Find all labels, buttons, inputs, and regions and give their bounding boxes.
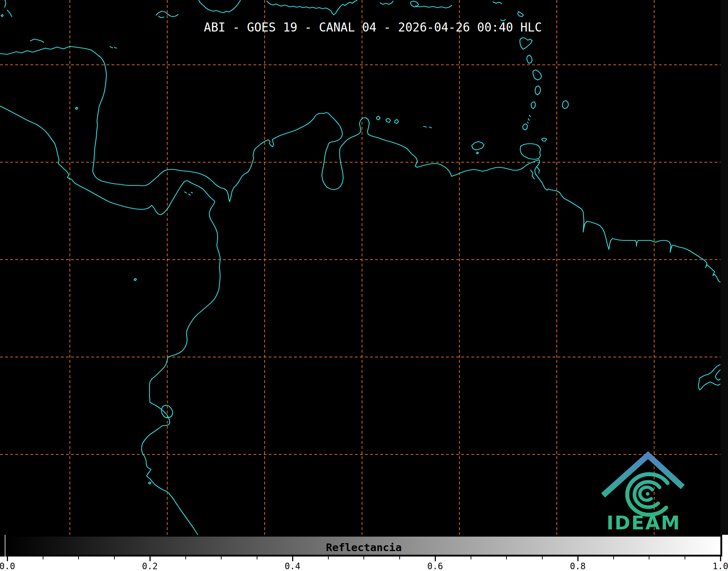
- colorbar-tick: [7, 556, 8, 561]
- colorbar-tick: [363, 556, 364, 559]
- colorbar-tick: [292, 556, 293, 561]
- colorbar-tick-label: 0.2: [142, 561, 157, 571]
- colorbar-tick-label: 0.6: [427, 561, 443, 571]
- colorbar-tick: [78, 556, 79, 559]
- colorbar-gradient: Reflectancia: [5, 535, 722, 557]
- colorbar-tick-label: 0.0: [0, 561, 15, 571]
- colorbar-tick: [577, 556, 578, 561]
- colorbar-tick: [685, 556, 685, 559]
- ideam-logo-text: IDEAM: [606, 513, 681, 532]
- colorbar-tick: [435, 556, 436, 561]
- colorbar-tick: [185, 556, 186, 559]
- satellite-map: ABI - GOES 19 - CANAL 04 - 2026-04-26 00…: [0, 0, 728, 535]
- colorbar-tick-label: 0.4: [285, 561, 300, 571]
- colorbar-tick: [114, 556, 115, 559]
- colorbar-tick: [328, 556, 329, 559]
- colorbar-tick: [221, 556, 222, 559]
- ideam-spiral-icon: [627, 474, 668, 515]
- colorbar-label: Reflectancia: [7, 541, 720, 554]
- ideam-logo: [0, 0, 728, 535]
- colorbar-tick: [613, 556, 614, 559]
- colorbar-tick: [150, 556, 151, 561]
- figure-root: ABI - GOES 19 - CANAL 04 - 2026-04-26 00…: [0, 0, 728, 571]
- colorbar-tick: [43, 556, 43, 559]
- colorbar-tick: [720, 556, 721, 561]
- colorbar-tick-label: 0.8: [570, 561, 585, 571]
- colorbar-tick-label: 1.0: [712, 561, 728, 571]
- colorbar-tick: [542, 556, 543, 559]
- colorbar-tick: [399, 556, 400, 559]
- colorbar-tick: [506, 556, 507, 559]
- colorbar-tick: [649, 556, 649, 559]
- colorbar-tick: [471, 556, 471, 559]
- colorbar-tick: [257, 556, 257, 559]
